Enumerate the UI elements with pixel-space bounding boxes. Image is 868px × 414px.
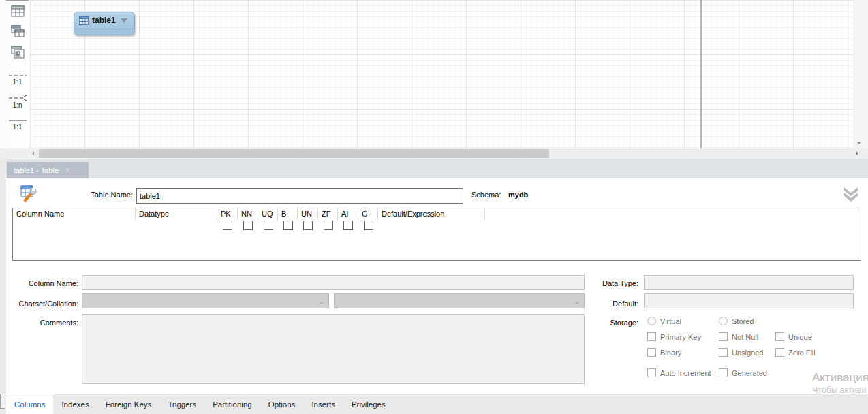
un-checkbox[interactable] — [303, 221, 313, 230]
checkbox-icon — [775, 332, 784, 341]
horizontal-scroll-thumb[interactable] — [39, 149, 549, 158]
tab-triggers[interactable]: Triggers — [159, 394, 204, 414]
rel-one-one-noniden-tool[interactable]: 1:1 — [6, 68, 29, 91]
columns-grid[interactable]: Column Name Datatype PK NN UQ B UN ZF AI… — [12, 208, 861, 261]
tab-foreign-keys[interactable]: Foreign Keys — [97, 394, 160, 414]
checkbox-icon — [719, 348, 728, 357]
image-tool-icon — [11, 46, 25, 59]
col-header-nn[interactable]: NN — [238, 208, 258, 220]
columns-grid-header-row: Column Name Datatype PK NN UQ B UN ZF AI… — [13, 208, 861, 220]
storage-virtual-radio[interactable]: Virtual — [647, 317, 681, 325]
editor-left-margin — [0, 159, 6, 414]
checkbox-icon — [647, 368, 656, 377]
editor-tab-title: table1 - Table — [14, 166, 59, 174]
diagram-table-node[interactable]: table1 — [74, 12, 135, 35]
radio-icon — [719, 317, 728, 325]
unique-checkbox[interactable]: Unique — [775, 332, 812, 341]
node-expand-caret-icon[interactable] — [121, 18, 127, 23]
default-field — [644, 293, 854, 308]
storage-stored-radio[interactable]: Stored — [719, 317, 754, 325]
zf-checkbox[interactable] — [324, 221, 333, 230]
collation-dropdown: ⌄ — [334, 293, 585, 308]
col-header-column-name[interactable]: Column Name — [13, 208, 136, 220]
watermark-line1: Активация — [812, 371, 868, 384]
solid-line-icon — [8, 118, 27, 123]
toolbar-separator — [8, 65, 27, 65]
binary-label: Binary — [660, 349, 681, 357]
eer-canvas-region: 1:1 1:n 1:1 — [0, 0, 868, 159]
pk-checkbox[interactable] — [223, 221, 232, 230]
zero-fill-checkbox[interactable]: Zero Fill — [775, 348, 816, 357]
charset-dropdown: ⌄ — [82, 293, 329, 308]
chevron-down-icon: ⌄ — [319, 298, 324, 305]
rel-one-one-iden-tool[interactable]: 1:1 — [6, 113, 29, 136]
place-table-tool[interactable] — [6, 1, 29, 21]
col-header-zf[interactable]: ZF — [318, 208, 338, 220]
radio-icon — [647, 317, 656, 325]
auto-increment-label: Auto Increment — [660, 369, 711, 377]
scroll-right-icon[interactable]: › — [856, 149, 858, 157]
rel-tool-label: 1:1 — [13, 124, 22, 131]
table-name-input[interactable] — [136, 188, 463, 204]
column-name-field — [82, 275, 585, 290]
not-null-checkbox[interactable]: Not Null — [719, 332, 758, 341]
table-name-label: Table Name: — [47, 191, 133, 199]
canvas-horizontal-scrollbar[interactable]: ‹ › — [0, 148, 868, 159]
sidebar-splitter-handle[interactable] — [0, 394, 5, 409]
primary-key-checkbox[interactable]: Primary Key — [647, 332, 701, 341]
g-checkbox[interactable] — [364, 221, 373, 230]
col-header-filler — [485, 208, 861, 220]
page-boundary-line — [700, 0, 702, 148]
binary-checkbox[interactable]: Binary — [647, 348, 681, 357]
unsigned-label: Unsigned — [732, 349, 763, 357]
tab-table1-table[interactable]: table1 - Table × — [7, 162, 89, 178]
editor-tab-bar: table1 - Table × — [0, 159, 868, 179]
close-tab-icon[interactable]: × — [65, 165, 70, 175]
scroll-left-icon[interactable]: ‹ — [32, 149, 34, 157]
uq-checkbox[interactable] — [264, 221, 273, 230]
diagram-toolbar: 1:1 1:n 1:1 — [6, 0, 29, 149]
col-header-uq[interactable]: UQ — [258, 208, 278, 220]
place-image-tool[interactable] — [6, 42, 29, 62]
tab-columns[interactable]: Columns — [6, 394, 53, 414]
stored-label: Stored — [732, 317, 754, 325]
eer-diagram-canvas[interactable]: table1 — [30, 0, 853, 148]
rel-one-many-noniden-tool[interactable]: 1:n — [6, 91, 29, 113]
col-header-datatype[interactable]: Datatype — [136, 208, 217, 220]
windows-activation-watermark: Активация Чтобы активи — [812, 371, 868, 396]
col-header-default-expression[interactable]: Default/Expression — [378, 208, 485, 220]
schema-label: Schema: — [471, 191, 501, 199]
unique-label: Unique — [788, 333, 812, 341]
collapse-editor-chevrons-icon[interactable] — [842, 187, 860, 202]
canvas-vertical-scrollbar[interactable]: ⌄ — [853, 0, 868, 148]
generated-checkbox[interactable]: Generated — [719, 368, 767, 377]
primary-key-label: Primary Key — [660, 333, 701, 341]
col-header-g[interactable]: G — [358, 208, 378, 220]
new-column-row[interactable] — [13, 220, 861, 231]
unsigned-checkbox[interactable]: Unsigned — [719, 348, 763, 357]
view-tool-icon — [11, 25, 25, 37]
not-null-label: Not Null — [732, 333, 758, 341]
tab-indexes[interactable]: Indexes — [53, 394, 97, 414]
scroll-down-icon[interactable]: ⌄ — [856, 137, 862, 146]
col-header-pk[interactable]: PK — [217, 208, 238, 220]
table-editor-icon — [19, 184, 38, 203]
generated-label: Generated — [732, 369, 767, 377]
place-view-tool[interactable] — [6, 21, 29, 42]
nn-checkbox[interactable] — [243, 221, 253, 230]
col-header-ai[interactable]: AI — [338, 208, 358, 220]
auto-increment-checkbox[interactable]: Auto Increment — [647, 368, 711, 377]
rel-tool-label: 1:n — [13, 102, 22, 109]
editor-section-tabs: Columns Indexes Foreign Keys Triggers Pa… — [6, 394, 868, 414]
tab-privileges[interactable]: Privileges — [343, 394, 394, 414]
tab-partitioning[interactable]: Partitioning — [204, 394, 260, 414]
rel-tool-label: 1:1 — [13, 79, 22, 86]
ai-checkbox[interactable] — [343, 221, 353, 230]
table-tool-icon — [11, 5, 25, 17]
comments-label: Comments: — [6, 319, 78, 327]
tab-inserts[interactable]: Inserts — [303, 394, 343, 414]
b-checkbox[interactable] — [283, 221, 293, 230]
tab-options[interactable]: Options — [260, 394, 304, 414]
col-header-un[interactable]: UN — [298, 208, 318, 220]
col-header-b[interactable]: B — [278, 208, 298, 220]
